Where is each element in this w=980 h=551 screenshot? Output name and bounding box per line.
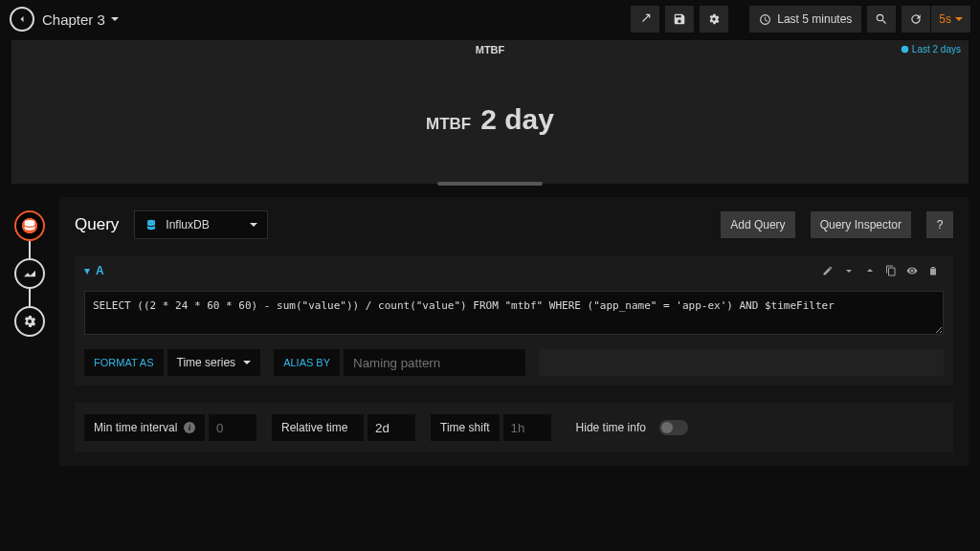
toggle-knob [661, 422, 673, 433]
tab-queries[interactable] [14, 210, 45, 241]
time-range-label: Last 5 minutes [777, 12, 852, 26]
alias-by-input[interactable] [344, 349, 525, 376]
relative-time-label: Relative time [272, 414, 364, 441]
dashboard-title-dropdown[interactable]: Chapter 3 [42, 11, 119, 28]
editor-sidebar [0, 197, 59, 466]
time-range-picker[interactable]: Last 5 minutes [749, 6, 861, 33]
alias-by-label: ALIAS BY [274, 349, 340, 376]
add-query-button[interactable]: Add Query [721, 211, 794, 238]
editor-tab-label: Query [75, 215, 119, 234]
refresh-group: 5s [902, 6, 970, 33]
format-as-select[interactable]: Time series [167, 349, 261, 376]
min-interval-label: Min time interval i [84, 414, 205, 441]
top-bar: Chapter 3 Last 5 minutes 5s [0, 0, 980, 38]
svg-point-1 [147, 220, 155, 224]
panel: MTBF Last 2 days MTBF 2 day [11, 40, 969, 184]
row-filler [539, 349, 944, 376]
min-interval-input[interactable] [209, 414, 256, 441]
query-ref-id: A [96, 264, 104, 277]
datasource-name: InfluxDB [166, 218, 209, 231]
chevron-down-icon [111, 17, 119, 21]
hide-time-label: Hide time info [567, 414, 656, 441]
chevron-down-icon [955, 17, 963, 21]
edit-query-icon[interactable] [817, 260, 838, 281]
panel-time-override[interactable]: Last 2 days [901, 44, 961, 55]
back-button[interactable] [10, 7, 34, 32]
query-options: Min time interval i Relative time Time s… [75, 403, 953, 452]
stat-value: 2 day [480, 103, 554, 136]
resize-handle[interactable] [437, 182, 543, 186]
database-icon [145, 218, 158, 231]
panel-title[interactable]: MTBF [11, 40, 969, 59]
singlestat: MTBF 2 day [11, 103, 969, 136]
refresh-rate-value: 5s [939, 12, 951, 26]
tab-visualization[interactable] [14, 258, 45, 289]
svg-point-0 [25, 220, 35, 224]
move-down-icon[interactable] [838, 260, 859, 281]
refresh-button[interactable] [902, 6, 930, 33]
settings-button[interactable] [700, 6, 728, 33]
query-text-input[interactable] [84, 291, 944, 335]
refresh-rate-dropdown[interactable]: 5s [931, 6, 970, 33]
time-shift-label: Time shift [431, 414, 500, 441]
datasource-select[interactable]: InfluxDB [134, 210, 268, 239]
query-row: ▾ A FORMAT AS Time series ALIAS BY [75, 256, 953, 386]
hide-time-toggle[interactable] [659, 420, 688, 435]
collapse-toggle[interactable]: ▾ [84, 264, 90, 277]
format-as-label: FORMAT AS [84, 349, 164, 376]
chevron-down-icon [250, 223, 257, 227]
zoom-out-button[interactable] [867, 6, 896, 33]
save-button[interactable] [665, 6, 694, 33]
info-icon[interactable]: i [184, 422, 195, 433]
editor-main: Query InfluxDB Add Query Query Inspector… [59, 197, 969, 466]
help-button[interactable]: ? [926, 211, 953, 238]
share-button[interactable] [631, 6, 659, 33]
tab-general[interactable] [14, 306, 45, 337]
dashboard-title: Chapter 3 [42, 11, 105, 28]
stat-prefix: MTBF [426, 115, 471, 134]
toggle-visibility-icon[interactable] [902, 260, 923, 281]
time-shift-input[interactable] [503, 414, 551, 441]
delete-query-icon[interactable] [923, 260, 944, 281]
relative-time-input[interactable] [368, 414, 415, 441]
query-inspector-button[interactable]: Query Inspector [811, 211, 911, 238]
duplicate-query-icon[interactable] [880, 260, 902, 281]
move-up-icon[interactable] [859, 260, 880, 281]
chevron-down-icon [243, 361, 251, 364]
